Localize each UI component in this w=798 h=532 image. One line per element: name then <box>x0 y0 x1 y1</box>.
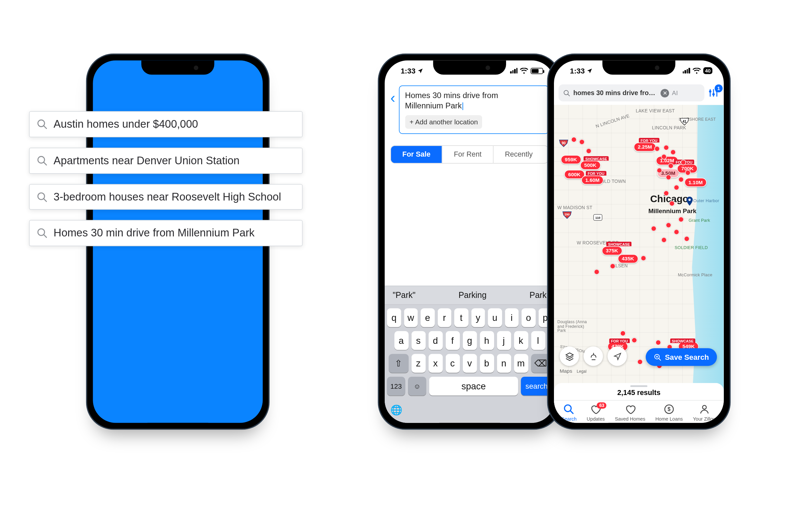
highway-shield: 90 <box>558 139 569 148</box>
keyboard-key[interactable]: q <box>387 308 401 327</box>
keyboard-key[interactable]: v <box>462 354 477 373</box>
listing-dot[interactable] <box>684 236 690 242</box>
listing-dot[interactable] <box>661 237 667 243</box>
listing-dot[interactable] <box>651 226 657 231</box>
map-draw-button[interactable] <box>584 346 603 366</box>
keyboard-key[interactable]: m <box>514 354 528 373</box>
listing-dot[interactable] <box>666 174 671 180</box>
keyboard-key[interactable]: s <box>411 331 425 350</box>
listing-dot[interactable] <box>678 176 684 182</box>
listing-dot[interactable] <box>661 154 667 159</box>
shift-key[interactable]: ⇧ <box>388 354 408 373</box>
map-locate-button[interactable] <box>607 346 627 366</box>
price-marker[interactable]: 959K <box>561 155 581 164</box>
map-layers-button[interactable] <box>559 346 579 366</box>
keyboard-key[interactable]: x <box>428 354 442 373</box>
emoji-key[interactable]: ☺ <box>408 377 426 396</box>
price-marker[interactable]: 500K <box>580 160 601 170</box>
listing-dot[interactable] <box>656 340 661 345</box>
keyboard-key[interactable]: o <box>521 308 535 327</box>
listing-dot[interactable] <box>620 330 626 336</box>
neighborhood-label: Grant Park <box>689 218 710 223</box>
clear-search-button[interactable]: ✕ <box>661 89 669 97</box>
listing-dot[interactable] <box>594 269 600 274</box>
sample-query[interactable]: Austin homes under $400,000 <box>29 111 303 137</box>
listing-dot[interactable] <box>610 263 615 269</box>
listing-dot[interactable] <box>673 185 679 190</box>
tab-for-sale[interactable]: For Sale <box>391 146 442 163</box>
keyboard-key[interactable]: i <box>505 308 519 327</box>
tab-recently[interactable]: Recently <box>493 146 544 163</box>
space-key[interactable]: space <box>429 377 518 396</box>
price-marker[interactable]: 435K <box>618 254 638 263</box>
sample-query-text: Apartments near Denver Union Station <box>54 154 240 166</box>
results-count[interactable]: 2,145 results <box>554 383 724 400</box>
filter-button[interactable]: 1 <box>708 87 719 98</box>
add-location-chip[interactable]: + Add another location <box>405 115 482 129</box>
tab-home-loans[interactable]: $ Home Loans <box>656 404 683 422</box>
sample-query[interactable]: Apartments near Denver Union Station <box>29 147 303 173</box>
listing-dot[interactable] <box>579 139 585 145</box>
keyboard-suggestion[interactable]: Park <box>530 291 547 300</box>
svg-text:290: 290 <box>565 213 570 216</box>
listing-dot[interactable] <box>666 222 671 228</box>
sample-query[interactable]: Homes 30 min drive from Millennium Park <box>29 220 303 246</box>
keyboard-key[interactable]: f <box>445 331 459 350</box>
listing-dot[interactable] <box>663 190 669 196</box>
tab-for-rent[interactable]: For Rent <box>442 146 494 163</box>
listing-dot[interactable] <box>685 170 690 175</box>
listing-dot[interactable] <box>678 216 684 222</box>
tab-search[interactable]: Search <box>561 404 576 422</box>
keyboard-key[interactable]: a <box>394 331 408 350</box>
svg-line-28 <box>570 411 573 414</box>
save-search-button[interactable]: Save Search <box>645 348 717 366</box>
keyboard-suggestion[interactable]: "Park" <box>393 291 416 300</box>
listing-dot[interactable] <box>641 255 646 261</box>
keyboard-key[interactable]: g <box>462 331 477 350</box>
back-button[interactable]: ‹ <box>390 86 399 107</box>
listing-dot[interactable] <box>586 148 591 154</box>
tab-updates[interactable]: 63 Updates <box>587 404 605 422</box>
keyboard-key[interactable]: u <box>488 308 502 327</box>
listing-dot[interactable] <box>654 146 660 152</box>
keyboard-key[interactable]: j <box>497 331 511 350</box>
globe-icon[interactable]: 🌐 <box>391 404 402 416</box>
price-marker[interactable]: 600K <box>564 170 585 179</box>
search-input[interactable]: Homes 30 mins drive from Millennium Park… <box>399 86 549 134</box>
keyboard-key[interactable]: w <box>404 308 418 327</box>
keyboard-suggestion[interactable]: Parking <box>458 291 487 300</box>
price-marker[interactable]: 1.10M <box>684 178 706 187</box>
keyboard-key[interactable]: k <box>514 331 528 350</box>
keyboard-key[interactable]: l <box>531 331 545 350</box>
keyboard-key[interactable]: y <box>471 308 485 327</box>
price-marker[interactable]: 375K <box>602 246 622 255</box>
price-marker[interactable]: 2.25M <box>634 142 656 152</box>
listing-dot[interactable] <box>637 359 643 365</box>
keyboard-key[interactable]: e <box>421 308 435 327</box>
keyboard-key[interactable]: b <box>479 354 494 373</box>
listing-dot[interactable] <box>669 201 674 206</box>
listing-dot[interactable] <box>670 149 676 155</box>
price-marker[interactable]: 1.60M <box>581 175 604 185</box>
listing-dot[interactable] <box>663 145 669 150</box>
keyboard-key[interactable]: h <box>479 331 494 350</box>
listing-dot[interactable] <box>673 229 679 235</box>
numbers-key[interactable]: 123 <box>387 377 405 396</box>
tab-your-zillow[interactable]: Your Zillow <box>693 404 717 422</box>
keyboard-key[interactable]: c <box>445 354 459 373</box>
listing-dot[interactable] <box>571 137 576 142</box>
keyboard-key[interactable]: n <box>497 354 511 373</box>
neighborhood-label: McCormick Place <box>678 272 712 277</box>
listing-dot[interactable] <box>631 338 637 343</box>
tab-saved-homes[interactable]: Saved Homes <box>615 404 645 422</box>
listing-dot[interactable] <box>681 159 686 165</box>
sample-query[interactable]: 3-bedroom houses near Roosevelt High Sch… <box>29 184 303 210</box>
listing-dot[interactable] <box>657 168 662 173</box>
keyboard-key[interactable]: t <box>454 308 468 327</box>
keyboard-key[interactable]: r <box>437 308 451 327</box>
map-search-input[interactable]: homes 30 mins drive from mille… ✕ AI <box>558 84 705 101</box>
listing-dot[interactable] <box>668 163 673 169</box>
keyboard-key[interactable]: z <box>411 354 425 373</box>
keyboard-key[interactable]: d <box>428 331 442 350</box>
map-view[interactable]: LAKE VIEW EAST LINCOLN PARK N LINCOLN AV… <box>554 105 724 400</box>
